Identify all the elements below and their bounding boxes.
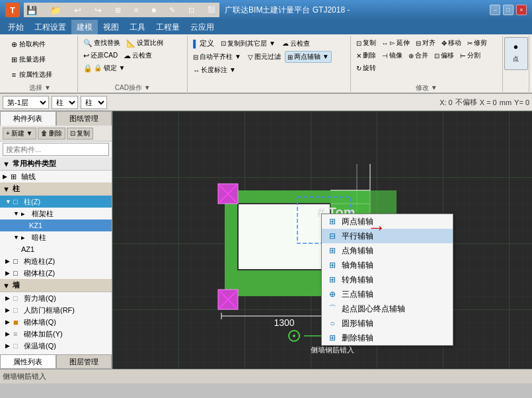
menu-build[interactable]: 建模 [71, 20, 98, 34]
btn-new[interactable]: + 新建 ▼ [3, 128, 36, 139]
btn-delete[interactable]: ✕删除 [354, 50, 379, 61]
category-wall[interactable]: ▼ 墙 [0, 279, 112, 292]
quick-misc2[interactable]: ≡ [134, 6, 138, 14]
menu-view[interactable]: 视图 [98, 20, 124, 34]
quick-redo[interactable]: ↪ [95, 5, 102, 15]
menu-settings[interactable]: 工程设置 [29, 20, 71, 34]
btn-aux-axis-dropdown[interactable]: ⊞两点辅轴 ▼ [285, 51, 332, 63]
scale-label: 设置比例 [137, 38, 163, 48]
window-controls[interactable]: － □ × [490, 5, 527, 15]
btn-batch-select[interactable]: ⊞ 批量选择 [5, 52, 49, 67]
btn-pick-element[interactable]: ⊕ 拾取构件 [5, 37, 49, 52]
mirror-icon: ⊣ [382, 52, 388, 60]
quick-open[interactable]: 📁 [50, 5, 61, 15]
btn-copy-layer[interactable]: ⊡复制到其它层 ▼ [218, 37, 278, 50]
btn-mirror[interactable]: ⊣镜像 [379, 50, 405, 61]
quick-misc5[interactable]: ⊡ [188, 6, 194, 15]
tree-node-axis[interactable]: ▶ ⊞ 轴线 [0, 171, 112, 182]
search-input[interactable] [3, 143, 108, 155]
btn-copy-comp[interactable]: ⊡ 复制 [67, 128, 93, 139]
coord-notoffset: 不偏移 [455, 97, 477, 107]
menu-item-delete-aux[interactable]: ⊞ 删除辅轴 [322, 331, 453, 345]
tree-node-colz[interactable]: ▼ □ 柱(Z) [0, 196, 112, 208]
btn-split[interactable]: ⊢分割 [457, 50, 483, 61]
tree-node-kz1[interactable]: KZ1 [0, 219, 112, 231]
btn-merge[interactable]: ⊕合并 [406, 50, 431, 61]
menu-item-parallel[interactable]: ⊟ 平行辅轴 [322, 229, 453, 243]
btn-lock[interactable]: 🔒🔒 锁定 ▼ [81, 62, 128, 74]
close-btn[interactable]: × [516, 5, 527, 15]
menu-quantity[interactable]: 工程量 [151, 20, 185, 34]
type-select2[interactable]: 柱 [81, 96, 107, 109]
title-bar: T 💾 📁 ↩ ↪ ⊞ ≡ ■ ✎ ⊡ ⬜ 广联达BIM土建计量平台 GTJ20… [0, 0, 532, 20]
btn-extend[interactable]: ↔▻ 延伸 [379, 37, 413, 49]
btn-move[interactable]: ✥移动 [439, 37, 464, 49]
point-label: 点 [513, 55, 519, 63]
btn-attr-select[interactable]: ≡ 按属性选择 [5, 67, 56, 82]
quick-save[interactable]: 💾 [26, 5, 37, 15]
menu-item-arccenter[interactable]: ⌒ 起点圆心终点辅轴 [322, 301, 453, 316]
menu-item-turnangle[interactable]: ⊞ 转角辅轴 [322, 272, 453, 287]
btn-draw-point[interactable]: • 点 [504, 37, 528, 70]
tree-shearwall[interactable]: ▶ □ 剪力墙(Q) [0, 292, 112, 304]
tree-node-ancol[interactable]: ▼ ▸ 暗柱 [0, 231, 112, 243]
menu-tools[interactable]: 工具 [124, 20, 151, 34]
btn-delete[interactable]: 🗑 删除 [38, 128, 65, 139]
maximize-btn[interactable]: □ [503, 5, 513, 15]
menu-item-threepoint[interactable]: ⊕ 三点辅轴 [322, 287, 453, 301]
layer-select[interactable]: 第-1层 [3, 96, 49, 109]
btn-auto-align[interactable]: ⊟自动平齐柱 ▼ [190, 51, 244, 63]
tree-node-masonryz[interactable]: ▶ □ 砌体柱(Z) [0, 267, 112, 279]
tree-airdefwall[interactable]: ▶ □ 人防门框墙(RF) [0, 304, 112, 316]
btn-cloud-check[interactable]: ☁云检查 [121, 50, 155, 61]
category-common[interactable]: ▼ 常用构件类型 [0, 157, 112, 171]
menu-cloud[interactable]: 云应用 [185, 20, 219, 34]
threepoint-label: 三点辅轴 [342, 289, 373, 300]
quick-undo[interactable]: ↩ [74, 5, 81, 15]
col-arrow: ▼ [3, 185, 10, 193]
menu-item-axisangle[interactable]: ⊞ 轴角辅轴 [322, 258, 453, 272]
copy-layer-icon: ⊡ [221, 40, 226, 47]
btn-cloud-check2[interactable]: ☁云检查 [280, 37, 313, 50]
quick-misc4[interactable]: ✎ [169, 6, 175, 15]
menu-item-circle[interactable]: ○ 圆形辅轴 [322, 316, 453, 331]
common-arrow: ▼ [3, 160, 10, 168]
btn-elem-filter[interactable]: ▽图元过滤 [245, 51, 284, 63]
cloud-label: 云检查 [132, 51, 152, 60]
btn-define[interactable]: ▌定义 [190, 37, 217, 50]
quick-misc6[interactable]: ⬜ [208, 6, 217, 15]
menu-item-pointangle[interactable]: ⊞ 点角辅轴 [322, 243, 453, 258]
tree-masonrywall[interactable]: ▶ ■ 砌体墙(Q) [0, 316, 112, 328]
tree-node-az1[interactable]: AZ1 [0, 243, 112, 255]
quick-misc3[interactable]: ■ [151, 6, 156, 14]
quick-misc1[interactable]: ⊞ [115, 6, 121, 15]
tab-drawing-mgmt[interactable]: 图纸管理 [56, 111, 112, 126]
btn-find-replace[interactable]: 🔍查找替换 [81, 37, 123, 49]
btn-rotate[interactable]: ↻旋转 [354, 62, 379, 74]
btn-align[interactable]: ⊟对齐 [413, 37, 438, 49]
category-column[interactable]: ▼ 柱 [0, 182, 112, 196]
svg-rect-4 [238, 204, 330, 270]
tree-masonryrebar[interactable]: ▶ ≡ 砌体加筋(Y) [0, 328, 112, 340]
left-panel-bottom: 属性列表 图层管理 [0, 354, 112, 369]
dropdown-aux-axis: ⊞ 两点辅轴 ⊟ 平行辅轴 ⊞ 点角辅轴 ⊞ 轴角辅轴 ⊞ 转角辅轴 ⊕ 三点辅… [321, 214, 453, 346]
tree-node-strucz[interactable]: ▶ □ 构造柱(Z) [0, 255, 112, 267]
lpb-tab-layer[interactable]: 图层管理 [56, 354, 112, 369]
btn-restore-cad[interactable]: ↩还原CAD [81, 50, 120, 61]
btn-trim[interactable]: ✂修剪 [465, 37, 490, 49]
btn-len-label[interactable]: ↔长度标注 ▼ [190, 64, 239, 76]
tree-insulwall[interactable]: ▶ □ 保温墙(Q) [0, 340, 112, 352]
btn-copy[interactable]: ⊡复制 [354, 37, 379, 49]
sw-arrow: ▶ [5, 295, 13, 301]
tab-component-list[interactable]: 构件列表 [0, 111, 56, 126]
menu-item-twopoint[interactable]: ⊞ 两点辅轴 [322, 214, 453, 229]
tree-node-framing[interactable]: ▼ ▸ 框架柱 [0, 208, 112, 219]
menu-start[interactable]: 开始 [3, 20, 29, 34]
align-icon: ⊟ [193, 54, 198, 61]
minimize-btn[interactable]: － [490, 5, 500, 15]
type-select1[interactable]: 柱 [52, 96, 78, 109]
lpb-tab-attr[interactable]: 属性列表 [0, 354, 56, 369]
btn-set-scale[interactable]: 📐设置比例 [124, 37, 166, 49]
scale-icon: 📐 [126, 39, 135, 48]
btn-offset[interactable]: ⊡偏移 [432, 50, 457, 61]
